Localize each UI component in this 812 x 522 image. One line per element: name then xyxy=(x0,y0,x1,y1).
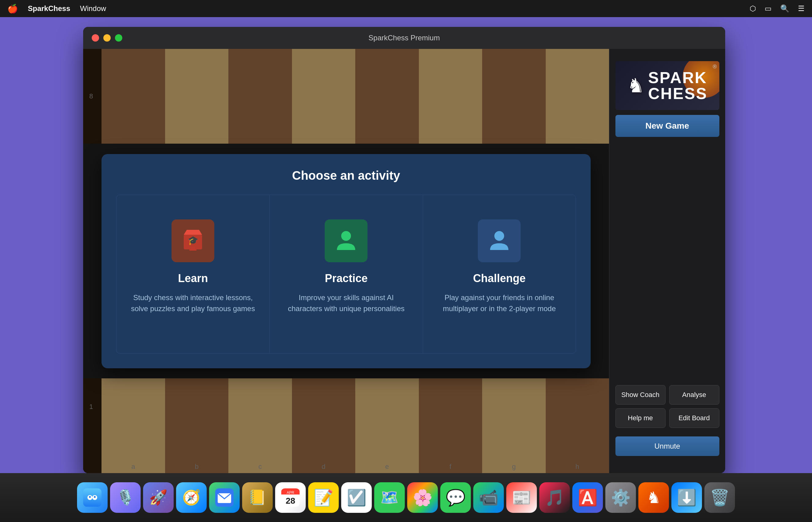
svg-text:APR: APR xyxy=(287,490,294,495)
dock-calendar[interactable]: 28 APR xyxy=(275,482,306,513)
board-area: 8 1 xyxy=(83,49,609,473)
help-me-button[interactable]: Help me xyxy=(615,408,666,428)
dock-finder[interactable] xyxy=(77,482,107,513)
right-sidebar: ♞ SPARK CHESS ® New Game Show Coach xyxy=(609,49,725,473)
dock: 🎙️ 🚀 🧭 📒 28 APR 📝 ☑️ 🗺️ 🌸 💬 📹 📰 🎵 🅰️ ⚙️ … xyxy=(0,473,812,522)
dock-contacts[interactable]: 📒 xyxy=(242,482,273,513)
learn-description: Study chess with interactive lessons, so… xyxy=(129,292,257,314)
dock-system-preferences[interactable]: ⚙️ xyxy=(605,482,636,513)
show-coach-button[interactable]: Show Coach xyxy=(615,385,666,405)
window-title: SparkChess Premium xyxy=(369,34,440,42)
challenge-icon xyxy=(487,228,512,253)
activity-card-practice[interactable]: Practice Improve your skills against AI … xyxy=(269,195,422,354)
svg-rect-3 xyxy=(189,249,197,250)
practice-icon xyxy=(334,228,358,253)
menubar-app-name[interactable]: SparkChess xyxy=(28,4,70,13)
learn-icon-wrapper: 🎓 xyxy=(172,219,214,262)
menubar-right-icons: ⬡ ▭ 🔍 ☰ xyxy=(750,4,805,13)
sidebar-content: ♞ SPARK CHESS ® New Game Show Coach xyxy=(609,55,725,473)
activity-card-learn[interactable]: 🎓 Learn Study chess with interactive les… xyxy=(116,195,269,354)
logo-chess-text: CHESS xyxy=(648,85,708,101)
sidebar-bottom-section: Show Coach Analyse Help me Edit Board Un… xyxy=(615,385,719,467)
activity-grid: 🎓 Learn Study chess with interactive les… xyxy=(116,195,576,354)
menubar: 🍎 SparkChess Window ⬡ ▭ 🔍 ☰ xyxy=(0,0,812,17)
practice-description: Improve your skills against AI character… xyxy=(282,292,410,314)
svg-point-6 xyxy=(494,231,504,241)
dock-reminders[interactable]: ☑️ xyxy=(341,482,372,513)
mail-icon xyxy=(215,488,234,507)
menubar-icon-2: ▭ xyxy=(765,4,772,13)
svg-point-11 xyxy=(94,496,96,498)
dock-trash[interactable]: 🗑️ xyxy=(705,482,735,513)
challenge-description: Play against your friends in online mult… xyxy=(435,292,563,314)
challenge-title: Challenge xyxy=(473,272,526,285)
dock-safari[interactable]: 🧭 xyxy=(176,482,207,513)
window-controls xyxy=(92,34,122,42)
dock-siri[interactable]: 🎙️ xyxy=(110,482,141,513)
logo-spark-text: SPARK xyxy=(648,70,708,85)
learn-icon: 🎓 xyxy=(181,228,205,253)
svg-text:28: 28 xyxy=(285,496,295,505)
chess-knight-icon: ♞ xyxy=(627,74,645,97)
analyse-button[interactable]: Analyse xyxy=(669,385,719,405)
dock-sparkchess[interactable]: ♞ xyxy=(638,482,669,513)
sidebar-buttons-grid: Show Coach Analyse Help me Edit Board xyxy=(615,385,719,428)
dock-music[interactable]: 🎵 xyxy=(539,482,570,513)
activity-modal: Choose an activity 🎓 xyxy=(101,154,591,368)
dock-facetime[interactable]: 📹 xyxy=(473,482,504,513)
unmute-button[interactable]: Unmute xyxy=(615,437,719,456)
dock-appstore[interactable]: 🅰️ xyxy=(572,482,603,513)
logo-registered-mark: ® xyxy=(713,64,717,70)
practice-icon-wrapper xyxy=(325,219,368,262)
svg-text:🎓: 🎓 xyxy=(188,235,198,245)
window-maximize-button[interactable] xyxy=(115,34,122,42)
dock-news[interactable]: 📰 xyxy=(506,482,537,513)
apple-menu-icon[interactable]: 🍎 xyxy=(7,4,18,14)
finder-icon xyxy=(83,488,101,507)
modal-overlay: Choose an activity 🎓 xyxy=(83,49,609,473)
dock-mail[interactable] xyxy=(209,482,240,513)
dock-downloads[interactable]: ⬇️ xyxy=(671,482,702,513)
practice-title: Practice xyxy=(325,272,368,285)
dock-photos[interactable]: 🌸 xyxy=(407,482,438,513)
menubar-search-icon[interactable]: 🔍 xyxy=(780,4,789,13)
window-close-button[interactable] xyxy=(92,34,99,42)
logo-text-block: SPARK CHESS xyxy=(648,70,708,101)
logo-inner: ♞ SPARK CHESS xyxy=(627,70,708,101)
edit-board-button[interactable]: Edit Board xyxy=(669,408,719,428)
menubar-icon-1: ⬡ xyxy=(750,4,756,13)
dock-maps[interactable]: 🗺️ xyxy=(374,482,405,513)
dock-launchpad[interactable]: 🚀 xyxy=(143,482,174,513)
svg-rect-2 xyxy=(191,247,195,249)
learn-title: Learn xyxy=(178,272,208,285)
app-window: SparkChess Premium 8 1 xyxy=(83,27,725,473)
svg-marker-1 xyxy=(184,230,202,235)
svg-point-10 xyxy=(89,496,91,498)
window-titlebar: SparkChess Premium xyxy=(83,27,725,49)
modal-title: Choose an activity xyxy=(116,169,576,182)
app-content: 8 1 xyxy=(83,49,725,473)
dock-messages[interactable]: 💬 xyxy=(440,482,471,513)
dock-notes[interactable]: 📝 xyxy=(308,482,339,513)
new-game-button[interactable]: New Game xyxy=(615,115,719,137)
challenge-icon-wrapper xyxy=(478,219,521,262)
activity-card-challenge[interactable]: Challenge Play against your friends in o… xyxy=(423,195,576,354)
window-minimize-button[interactable] xyxy=(103,34,111,42)
menubar-window[interactable]: Window xyxy=(80,4,106,13)
svg-point-5 xyxy=(341,231,351,241)
logo-area: ♞ SPARK CHESS ® xyxy=(615,61,719,110)
menubar-menu-icon[interactable]: ☰ xyxy=(798,4,805,13)
calendar-icon: 28 APR xyxy=(281,488,300,507)
